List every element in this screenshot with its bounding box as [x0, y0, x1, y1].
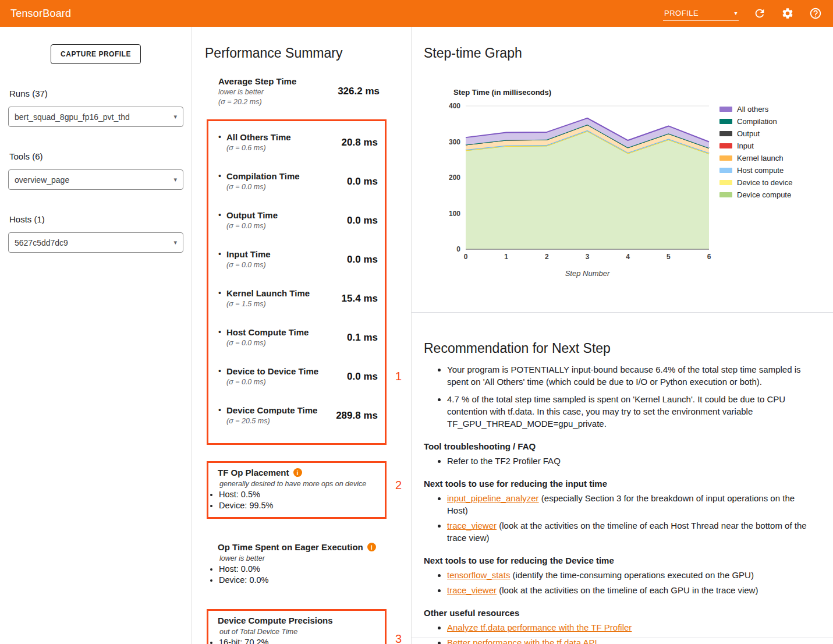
svg-text:4: 4	[626, 253, 630, 261]
bullet-icon: •	[218, 366, 226, 377]
legend-swatch	[719, 168, 732, 173]
svg-text:5: 5	[667, 253, 671, 261]
chevron-down-icon: ▾	[173, 113, 177, 121]
svg-text:100: 100	[449, 210, 460, 218]
chevron-down-icon: ▾	[734, 10, 738, 16]
app-title: TensorBoard	[10, 8, 71, 20]
legend-label: All others	[737, 105, 768, 114]
legend-item: Device to device	[719, 178, 792, 187]
legend-label: Host compute	[737, 166, 784, 175]
performance-summary-panel: Performance Summary Average Step Time lo…	[192, 27, 412, 644]
tools-select[interactable]: overview_page ▾	[8, 169, 183, 190]
tools-field: Tools (6) overview_page ▾	[8, 151, 183, 190]
step-time-chart: 01002003004000123456Step Number	[440, 100, 715, 282]
legend-swatch	[719, 131, 732, 136]
performance-summary-title: Performance Summary	[205, 45, 411, 61]
annotation-box-3: Device Compute Precisions out of Total D…	[207, 609, 387, 644]
metric-row: •Kernel Launch Time(σ = 1.5 ms) 15.4 ms	[218, 279, 378, 318]
info-icon[interactable]: i	[293, 468, 302, 477]
bullet-icon: •	[218, 210, 226, 221]
sidebar: CAPTURE PROFILE Runs (37) bert_squad_8gp…	[0, 27, 192, 644]
annotation-number-1: 1	[395, 370, 402, 383]
main-content: CAPTURE PROFILE Runs (37) bert_squad_8gp…	[0, 27, 833, 644]
annotation-box-1: •All Others Time(σ = 0.6 ms) 20.8 ms •Co…	[207, 119, 387, 445]
annotation-box-2: TF Op Placement i generally desired to h…	[207, 461, 387, 519]
legend-label: Device compute	[737, 190, 791, 199]
header-actions: PROFILE ▾	[663, 6, 823, 21]
list-item: 16-bit: 70.2%	[219, 638, 379, 644]
chevron-down-icon: ▾	[173, 239, 177, 246]
annotation-3-wrap: Device Compute Precisions out of Total D…	[207, 609, 387, 644]
legend-item: All others	[719, 105, 792, 114]
list-item: Analyze tf.data performance with the TF …	[447, 621, 807, 634]
annotation-1-wrap: •All Others Time(σ = 0.6 ms) 20.8 ms •Co…	[207, 119, 387, 445]
hosts-select-value: 5627c5dd7dc9	[15, 238, 68, 247]
other-resources-heading: Other useful resources	[424, 608, 807, 618]
tf-op-placement-title: TF Op Placement	[218, 468, 289, 477]
legend-swatch	[719, 107, 732, 112]
gear-icon[interactable]	[781, 6, 795, 20]
chevron-down-icon: ▾	[173, 176, 177, 183]
faq-heading: Tool troubleshooting / FAQ	[424, 441, 807, 451]
chart-legend: All othersCompilationOutputInputKernel l…	[719, 105, 792, 199]
info-icon[interactable]: i	[367, 543, 376, 551]
compute-precisions-title: Device Compute Precisions	[218, 615, 333, 625]
dashboard-select[interactable]: PROFILE ▾	[663, 6, 739, 21]
tfdata-api-link[interactable]: Better performance with the tf.data API	[447, 638, 597, 644]
capture-profile-button[interactable]: CAPTURE PROFILE	[51, 44, 141, 64]
svg-text:300: 300	[449, 138, 460, 146]
legend-label: Input	[737, 141, 754, 150]
list-item: input_pipeline_analyzer (especially Sect…	[447, 492, 807, 516]
legend-item: Input	[719, 141, 792, 150]
trace-viewer-link[interactable]: trace_viewer	[447, 521, 497, 530]
metric-row: •Host Compute Time(σ = 0.0 ms) 0.1 ms	[218, 318, 378, 357]
svg-text:6: 6	[707, 253, 711, 261]
list-item: tensorflow_stats (identify the time-cons…	[447, 569, 807, 581]
refresh-icon[interactable]	[753, 6, 767, 20]
legend-label: Output	[737, 129, 760, 138]
runs-field: Runs (37) bert_squad_8gpu_fp16_pvt_thd ▾	[8, 89, 183, 127]
eager-execution-block: Op Time Spent on Eager Execution i lower…	[208, 537, 387, 592]
legend-swatch	[719, 155, 732, 161]
list-item: Device: 0.0%	[219, 575, 381, 585]
legend-item: Output	[719, 129, 792, 138]
right-panel: Step-time Graph Step Time (in millisecon…	[412, 27, 833, 644]
svg-text:2: 2	[545, 253, 549, 261]
bullet-icon: •	[218, 249, 226, 260]
runs-select-value: bert_squad_8gpu_fp16_pvt_thd	[15, 112, 130, 122]
help-icon[interactable]	[809, 6, 823, 20]
tfdata-performance-link[interactable]: Analyze tf.data performance with the TF …	[447, 622, 632, 632]
legend-swatch	[719, 192, 732, 197]
dashboard-select-value: PROFILE	[664, 9, 699, 17]
annotation-2-wrap: TF Op Placement i generally desired to h…	[207, 461, 387, 519]
recommendation-title: Recommendation for Next Step	[424, 341, 807, 356]
legend-swatch	[719, 180, 732, 185]
runs-select[interactable]: bert_squad_8gpu_fp16_pvt_thd ▾	[8, 107, 183, 127]
legend-item: Device compute	[719, 190, 792, 199]
legend-swatch	[719, 143, 732, 148]
recommendation-item: 4.7 % of the total step time sampled is …	[447, 393, 807, 430]
annotation-number-2: 2	[395, 479, 402, 492]
svg-text:1: 1	[504, 253, 508, 261]
legend-label: Compilation	[737, 117, 777, 126]
bullet-icon: •	[218, 132, 226, 143]
app-header: TensorBoard PROFILE ▾	[0, 0, 833, 27]
tools-label: Tools (6)	[9, 151, 183, 161]
legend-item: Compilation	[719, 117, 792, 126]
tensorflow-stats-link[interactable]: tensorflow_stats	[447, 570, 510, 580]
metric-row: •Compilation Time(σ = 0.0 ms) 0.0 ms	[218, 162, 378, 201]
average-step-time-value: 326.2 ms	[338, 86, 380, 97]
device-tools-heading: Next tools to use for reducing the Devic…	[424, 555, 807, 565]
legend-item: Kernel launch	[719, 154, 792, 162]
list-item: Host: 0.5%	[219, 490, 379, 499]
trace-viewer-link[interactable]: trace_viewer	[447, 585, 497, 595]
runs-label: Runs (37)	[9, 89, 183, 98]
metric-row: •Device Compute Time(σ = 20.5 ms) 289.8 …	[218, 396, 378, 435]
input-pipeline-analyzer-link[interactable]: input_pipeline_analyzer	[447, 493, 539, 503]
step-time-graph-title: Step-time Graph	[424, 45, 833, 61]
svg-text:3: 3	[586, 253, 590, 261]
hosts-select[interactable]: 5627c5dd7dc9 ▾	[8, 232, 183, 253]
eager-execution-title: Op Time Spent on Eager Execution	[218, 542, 363, 552]
list-item: Refer to the TF2 Profiler FAQ	[447, 455, 807, 467]
list-item: Device: 99.5%	[219, 501, 379, 510]
